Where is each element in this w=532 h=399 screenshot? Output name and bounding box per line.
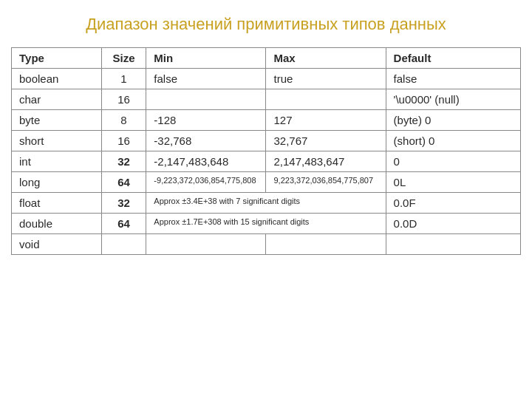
cell-type: short	[12, 131, 102, 151]
table-row: boolean1falsetruefalse	[12, 69, 521, 89]
cell-type: byte	[12, 110, 102, 131]
cell-min: -2,147,483,648	[146, 151, 266, 172]
cell-default: '\u0000' (null)	[386, 89, 520, 110]
cell-size: 16	[101, 131, 146, 151]
cell-default: 0.0F	[386, 193, 520, 214]
table-row: char16'\u0000' (null)	[12, 89, 521, 110]
page-title: Диапазон значений примитивных типов данн…	[86, 15, 446, 34]
data-table: Type Size Min Max Default boolean1falset…	[11, 47, 521, 255]
cell-type: boolean	[12, 69, 102, 89]
cell-min: Approx ±3.4E+38 with 7 significant digit…	[146, 193, 386, 214]
table-row: void	[12, 234, 521, 255]
header-min: Min	[146, 48, 266, 69]
cell-default: 0	[386, 151, 520, 172]
table-row: double64Approx ±1.7E+308 with 15 signifi…	[12, 214, 521, 234]
table-row: float32Approx ±3.4E+38 with 7 significan…	[12, 193, 521, 214]
cell-min: -9,223,372,036,854,775,808	[146, 172, 266, 193]
cell-max	[266, 89, 386, 110]
cell-default: 0.0D	[386, 214, 520, 234]
cell-min: -128	[146, 110, 266, 131]
cell-max: true	[266, 69, 386, 89]
cell-size: 8	[101, 110, 146, 131]
header-size: Size	[101, 48, 146, 69]
cell-type: void	[12, 234, 102, 255]
cell-min: -32,768	[146, 131, 266, 151]
cell-size: 32	[101, 151, 146, 172]
table-row: byte8-128127(byte) 0	[12, 110, 521, 131]
cell-default: (short) 0	[386, 131, 520, 151]
cell-size: 64	[101, 172, 146, 193]
cell-size: 16	[101, 89, 146, 110]
cell-min	[146, 89, 266, 110]
cell-max: 32,767	[266, 131, 386, 151]
header-type: Type	[12, 48, 102, 69]
cell-min: false	[146, 69, 266, 89]
table-row: short16-32,76832,767(short) 0	[12, 131, 521, 151]
cell-default: false	[386, 69, 520, 89]
cell-default: (byte) 0	[386, 110, 520, 131]
table-row: long64-9,223,372,036,854,775,8089,223,37…	[12, 172, 521, 193]
cell-default: 0L	[386, 172, 520, 193]
cell-type: char	[12, 89, 102, 110]
cell-min	[146, 234, 266, 255]
header-default: Default	[386, 48, 520, 69]
table-header-row: Type Size Min Max Default	[12, 48, 521, 69]
cell-type: double	[12, 214, 102, 234]
cell-type: long	[12, 172, 102, 193]
header-max: Max	[266, 48, 386, 69]
cell-size: 1	[101, 69, 146, 89]
cell-size	[101, 234, 146, 255]
cell-size: 32	[101, 193, 146, 214]
cell-max: 9,223,372,036,854,775,807	[266, 172, 386, 193]
cell-min: Approx ±1.7E+308 with 15 significant dig…	[146, 214, 386, 234]
cell-type: int	[12, 151, 102, 172]
cell-size: 64	[101, 214, 146, 234]
cell-type: float	[12, 193, 102, 214]
cell-default	[386, 234, 520, 255]
table-row: int32-2,147,483,6482,147,483,6470	[12, 151, 521, 172]
cell-max: 2,147,483,647	[266, 151, 386, 172]
cell-max: 127	[266, 110, 386, 131]
cell-max	[266, 234, 386, 255]
